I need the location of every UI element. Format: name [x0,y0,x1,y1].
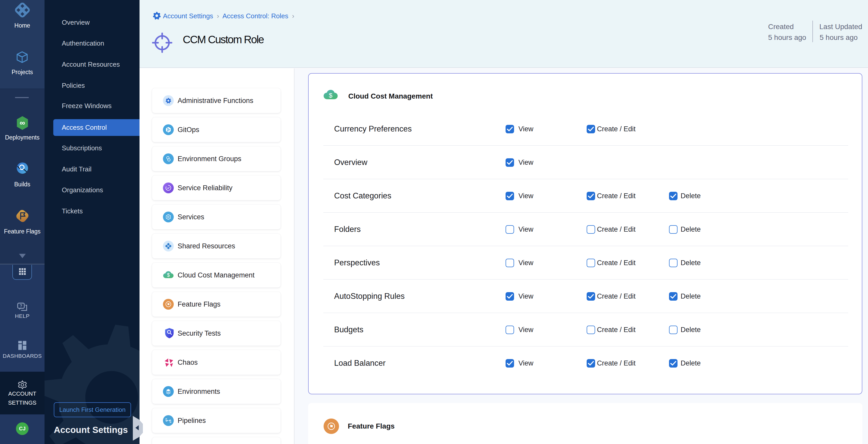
svg-text:$: $ [329,92,333,99]
svg-text:$: $ [167,272,169,278]
svg-text:?: ? [20,304,22,308]
svg-text:∞: ∞ [20,119,25,127]
